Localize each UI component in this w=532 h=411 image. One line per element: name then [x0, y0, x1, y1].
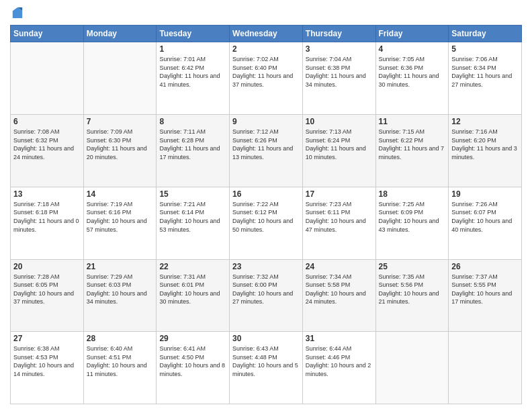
- calendar-cell: 31Sunrise: 6:44 AMSunset: 4:46 PMDayligh…: [302, 332, 375, 404]
- calendar-week-row: 1Sunrise: 7:01 AMSunset: 6:42 PMDaylight…: [11, 42, 522, 115]
- day-number: 25: [379, 262, 446, 271]
- calendar-cell: 18Sunrise: 7:25 AMSunset: 6:09 PMDayligh…: [375, 187, 449, 259]
- logo: [10, 7, 24, 19]
- calendar-week-row: 13Sunrise: 7:18 AMSunset: 6:18 PMDayligh…: [11, 187, 522, 259]
- calendar-cell: 9Sunrise: 7:12 AMSunset: 6:26 PMDaylight…: [230, 115, 303, 187]
- calendar-cell: 4Sunrise: 7:05 AMSunset: 6:36 PMDaylight…: [375, 42, 449, 115]
- day-info: Sunrise: 7:25 AMSunset: 6:09 PMDaylight:…: [379, 200, 446, 234]
- day-info: Sunrise: 7:15 AMSunset: 6:22 PMDaylight:…: [379, 128, 446, 161]
- day-number: 27: [13, 334, 81, 343]
- day-info: Sunrise: 7:21 AMSunset: 6:14 PMDaylight:…: [159, 200, 226, 234]
- logo-general: [10, 7, 24, 19]
- day-number: 31: [306, 334, 373, 343]
- day-number: 9: [232, 117, 300, 126]
- day-number: 18: [379, 189, 446, 199]
- calendar-cell: 7Sunrise: 7:09 AMSunset: 6:30 PMDaylight…: [83, 115, 157, 187]
- calendar-cell: 3Sunrise: 7:04 AMSunset: 6:38 PMDaylight…: [302, 42, 375, 115]
- day-number: 26: [451, 262, 519, 271]
- day-info: Sunrise: 7:05 AMSunset: 6:36 PMDaylight:…: [379, 55, 446, 89]
- day-info: Sunrise: 7:06 AMSunset: 6:34 PMDaylight:…: [451, 55, 519, 89]
- calendar-cell: 1Sunrise: 7:01 AMSunset: 6:42 PMDaylight…: [157, 42, 230, 115]
- day-info: Sunrise: 7:26 AMSunset: 6:07 PMDaylight:…: [451, 200, 519, 234]
- day-info: Sunrise: 6:40 AMSunset: 4:51 PMDaylight:…: [87, 345, 154, 378]
- day-number: 13: [13, 189, 81, 199]
- calendar-cell: 25Sunrise: 7:35 AMSunset: 5:56 PMDayligh…: [375, 259, 449, 332]
- calendar-cell: 17Sunrise: 7:23 AMSunset: 6:11 PMDayligh…: [302, 187, 375, 259]
- header: [10, 7, 522, 19]
- day-number: 16: [232, 189, 300, 199]
- day-of-week-thursday: Thursday: [302, 26, 375, 42]
- day-info: Sunrise: 7:11 AMSunset: 6:28 PMDaylight:…: [159, 128, 226, 161]
- calendar-cell: 26Sunrise: 7:37 AMSunset: 5:55 PMDayligh…: [449, 259, 522, 332]
- calendar-cell: [83, 42, 157, 115]
- day-info: Sunrise: 7:23 AMSunset: 6:11 PMDaylight:…: [306, 200, 373, 234]
- day-of-week-wednesday: Wednesday: [230, 26, 303, 42]
- calendar-cell: 15Sunrise: 7:21 AMSunset: 6:14 PMDayligh…: [157, 187, 230, 259]
- day-number: 28: [87, 334, 154, 343]
- day-info: Sunrise: 7:22 AMSunset: 6:12 PMDaylight:…: [232, 200, 300, 234]
- logo-icon: [11, 6, 24, 19]
- day-number: 5: [451, 44, 519, 54]
- calendar-cell: [449, 332, 522, 404]
- day-number: 30: [232, 334, 300, 343]
- day-info: Sunrise: 7:19 AMSunset: 6:16 PMDaylight:…: [87, 200, 154, 234]
- day-number: 21: [87, 262, 154, 271]
- day-info: Sunrise: 7:32 AMSunset: 6:00 PMDaylight:…: [232, 273, 300, 306]
- day-info: Sunrise: 7:13 AMSunset: 6:24 PMDaylight:…: [306, 128, 373, 161]
- day-number: 6: [13, 117, 81, 126]
- day-info: Sunrise: 7:35 AMSunset: 5:56 PMDaylight:…: [379, 273, 446, 306]
- day-number: 14: [87, 189, 154, 199]
- calendar-cell: 16Sunrise: 7:22 AMSunset: 6:12 PMDayligh…: [230, 187, 303, 259]
- day-info: Sunrise: 6:43 AMSunset: 4:48 PMDaylight:…: [232, 345, 300, 378]
- calendar-cell: 13Sunrise: 7:18 AMSunset: 6:18 PMDayligh…: [11, 187, 84, 259]
- day-of-week-friday: Friday: [375, 26, 449, 42]
- day-info: Sunrise: 7:09 AMSunset: 6:30 PMDaylight:…: [87, 128, 154, 161]
- calendar-header-row: SundayMondayTuesdayWednesdayThursdayFrid…: [11, 26, 522, 42]
- day-number: 8: [159, 117, 226, 126]
- calendar-week-row: 20Sunrise: 7:28 AMSunset: 6:05 PMDayligh…: [11, 259, 522, 332]
- day-info: Sunrise: 7:37 AMSunset: 5:55 PMDaylight:…: [451, 273, 519, 306]
- calendar-cell: 24Sunrise: 7:34 AMSunset: 5:58 PMDayligh…: [302, 259, 375, 332]
- day-info: Sunrise: 7:34 AMSunset: 5:58 PMDaylight:…: [306, 273, 373, 306]
- day-number: 17: [306, 189, 373, 199]
- day-number: 7: [87, 117, 154, 126]
- day-number: 29: [159, 334, 226, 343]
- calendar-cell: 10Sunrise: 7:13 AMSunset: 6:24 PMDayligh…: [302, 115, 375, 187]
- day-info: Sunrise: 7:04 AMSunset: 6:38 PMDaylight:…: [306, 55, 373, 89]
- day-number: 11: [379, 117, 446, 126]
- calendar-cell: 5Sunrise: 7:06 AMSunset: 6:34 PMDaylight…: [449, 42, 522, 115]
- calendar-cell: 22Sunrise: 7:31 AMSunset: 6:01 PMDayligh…: [157, 259, 230, 332]
- page: SundayMondayTuesdayWednesdayThursdayFrid…: [0, 0, 532, 411]
- day-info: Sunrise: 7:29 AMSunset: 6:03 PMDaylight:…: [87, 273, 154, 306]
- calendar-cell: 14Sunrise: 7:19 AMSunset: 6:16 PMDayligh…: [83, 187, 157, 259]
- day-info: Sunrise: 6:38 AMSunset: 4:53 PMDaylight:…: [13, 345, 81, 378]
- calendar-cell: 2Sunrise: 7:02 AMSunset: 6:40 PMDaylight…: [230, 42, 303, 115]
- day-number: 10: [306, 117, 373, 126]
- day-info: Sunrise: 7:28 AMSunset: 6:05 PMDaylight:…: [13, 273, 81, 306]
- calendar-week-row: 27Sunrise: 6:38 AMSunset: 4:53 PMDayligh…: [11, 332, 522, 404]
- day-of-week-saturday: Saturday: [449, 26, 522, 42]
- calendar-table: SundayMondayTuesdayWednesdayThursdayFrid…: [10, 25, 522, 404]
- calendar-cell: [375, 332, 449, 404]
- day-info: Sunrise: 6:41 AMSunset: 4:50 PMDaylight:…: [159, 345, 226, 378]
- day-number: 3: [306, 44, 373, 54]
- calendar-cell: 29Sunrise: 6:41 AMSunset: 4:50 PMDayligh…: [157, 332, 230, 404]
- calendar-cell: 21Sunrise: 7:29 AMSunset: 6:03 PMDayligh…: [83, 259, 157, 332]
- day-info: Sunrise: 7:08 AMSunset: 6:32 PMDaylight:…: [13, 128, 81, 161]
- day-of-week-sunday: Sunday: [11, 26, 84, 42]
- day-number: 12: [451, 117, 519, 126]
- day-number: 23: [232, 262, 300, 271]
- day-of-week-tuesday: Tuesday: [157, 26, 230, 42]
- calendar-cell: 11Sunrise: 7:15 AMSunset: 6:22 PMDayligh…: [375, 115, 449, 187]
- calendar-cell: 8Sunrise: 7:11 AMSunset: 6:28 PMDaylight…: [157, 115, 230, 187]
- calendar-cell: 19Sunrise: 7:26 AMSunset: 6:07 PMDayligh…: [449, 187, 522, 259]
- day-number: 2: [232, 44, 300, 54]
- calendar-cell: 20Sunrise: 7:28 AMSunset: 6:05 PMDayligh…: [11, 259, 84, 332]
- day-number: 4: [379, 44, 446, 54]
- calendar-cell: 6Sunrise: 7:08 AMSunset: 6:32 PMDaylight…: [11, 115, 84, 187]
- day-number: 20: [13, 262, 81, 271]
- calendar-cell: 12Sunrise: 7:16 AMSunset: 6:20 PMDayligh…: [449, 115, 522, 187]
- day-info: Sunrise: 7:12 AMSunset: 6:26 PMDaylight:…: [232, 128, 300, 161]
- day-number: 24: [306, 262, 373, 271]
- day-info: Sunrise: 7:02 AMSunset: 6:40 PMDaylight:…: [232, 55, 300, 89]
